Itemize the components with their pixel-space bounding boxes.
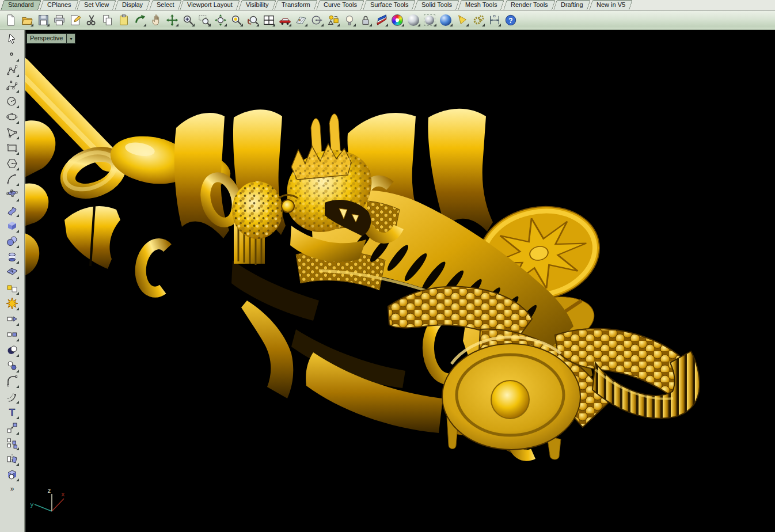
svg-text:x: x — [61, 491, 65, 498]
shaded-viewport-icon[interactable] — [407, 13, 421, 28]
spotlight-icon[interactable] — [455, 13, 470, 28]
rotate-view-icon[interactable] — [165, 13, 180, 28]
rectangle-icon[interactable] — [4, 140, 20, 156]
array-icon[interactable] — [4, 436, 20, 451]
tab-standard[interactable]: Standard — [1, 0, 41, 10]
new-document-icon[interactable] — [3, 13, 18, 28]
tab-transform[interactable]: Transform — [275, 0, 318, 10]
ellipse-icon[interactable] — [4, 109, 20, 125]
cut-icon[interactable] — [84, 13, 99, 28]
fillet-icon[interactable] — [4, 374, 20, 389]
tab-solid-tools[interactable]: Solid Tools — [415, 0, 460, 10]
main-area: T » — [0, 30, 775, 532]
group-icon[interactable] — [4, 358, 20, 374]
help-icon[interactable]: ? — [503, 13, 518, 28]
save-icon[interactable] — [36, 13, 51, 28]
zoom-previous-icon[interactable] — [245, 13, 260, 28]
tab-surface-tools[interactable]: Surface Tools — [363, 0, 416, 10]
tab-set-view[interactable]: Set View — [77, 0, 116, 10]
toolbar-tab-bar: Standard CPlanes Set View Display Select… — [0, 0, 775, 10]
tab-mesh-tools[interactable]: Mesh Tools — [458, 0, 505, 10]
print-icon[interactable] — [52, 13, 67, 28]
mesh-icon[interactable] — [4, 265, 20, 280]
tab-new-in-v5[interactable]: New in V5 — [589, 0, 633, 10]
move-icon[interactable] — [4, 420, 20, 436]
viewport-title-text: Perspective — [27, 34, 66, 43]
svg-text:y: y — [30, 501, 34, 508]
polygon-icon[interactable] — [4, 125, 20, 140]
perspective-viewport[interactable]: y z x Perspective ▼ — [25, 30, 775, 532]
show-objects-icon[interactable] — [342, 13, 357, 28]
viewport-dropdown[interactable]: ▼ — [66, 34, 75, 43]
edit-document-icon[interactable] — [68, 13, 83, 28]
rendered-viewport-icon[interactable] — [423, 13, 438, 28]
viewport-layout-icon[interactable] — [261, 13, 276, 28]
tab-render-tools[interactable]: Render Tools — [503, 0, 555, 10]
zoom-dynamic-icon[interactable] — [181, 13, 196, 28]
copy-icon[interactable] — [100, 13, 115, 28]
main-toolbar: ? — [0, 10, 775, 30]
tab-select[interactable]: Select — [149, 0, 181, 10]
model-render: y z x — [25, 30, 775, 532]
mirror-icon[interactable] — [4, 451, 20, 467]
tab-drafting[interactable]: Drafting — [554, 0, 591, 10]
extend-icon[interactable] — [4, 389, 20, 405]
join-icon[interactable] — [4, 343, 20, 358]
pan-view-icon[interactable] — [149, 13, 164, 28]
boolean-icon[interactable] — [4, 280, 20, 296]
box-icon[interactable] — [4, 218, 20, 234]
svg-text:?: ? — [508, 16, 512, 24]
chevron-down-icon: ▼ — [69, 37, 73, 41]
text-icon[interactable]: T — [4, 405, 20, 420]
dimension-icon[interactable] — [487, 13, 502, 28]
explode-icon[interactable] — [4, 296, 20, 311]
selection-filter-icon[interactable] — [326, 13, 341, 28]
open-file-icon[interactable] — [20, 13, 35, 28]
trim-icon[interactable] — [4, 311, 20, 327]
tab-cplanes[interactable]: CPlanes — [40, 0, 78, 10]
tool-sidebar: T » — [0, 30, 25, 532]
undo-icon[interactable] — [132, 13, 147, 28]
more-tools-button[interactable]: » — [10, 485, 14, 493]
layer-colors-icon[interactable] — [374, 13, 389, 28]
svg-text:z: z — [47, 487, 51, 495]
zoom-extents-icon[interactable] — [213, 13, 228, 28]
render-icon[interactable] — [439, 13, 454, 28]
cylinder-icon[interactable] — [4, 249, 20, 265]
tab-viewport-layout[interactable]: Viewport Layout — [180, 0, 240, 10]
polygon-center-icon[interactable] — [4, 156, 20, 172]
sphere-icon[interactable] — [4, 234, 20, 249]
polyline-icon[interactable] — [4, 63, 20, 78]
svg-text:T: T — [9, 407, 16, 418]
surface-from-points-icon[interactable] — [4, 187, 20, 203]
solid-union-icon[interactable] — [4, 467, 20, 482]
lock-objects-icon[interactable] — [358, 13, 373, 28]
tab-visibility[interactable]: Visibility — [238, 0, 276, 10]
select-icon[interactable] — [4, 32, 20, 47]
circle-icon[interactable] — [4, 94, 20, 109]
tab-display[interactable]: Display — [115, 0, 151, 10]
rhino-window: Standard CPlanes Set View Display Select… — [0, 0, 775, 532]
zoom-selected-icon[interactable] — [229, 13, 244, 28]
control-point-curve-icon[interactable] — [4, 78, 20, 94]
named-view-icon[interactable] — [278, 13, 292, 28]
drum-face — [442, 337, 580, 450]
options-icon[interactable] — [471, 13, 486, 28]
plan-view-icon[interactable] — [294, 13, 309, 28]
zoom-window-icon[interactable] — [197, 13, 212, 28]
surface-patch-icon[interactable] — [4, 203, 20, 218]
point-icon[interactable] — [4, 47, 20, 63]
color-wheel-icon[interactable] — [390, 13, 405, 28]
split-icon[interactable] — [4, 327, 20, 343]
tab-curve-tools[interactable]: Curve Tools — [316, 0, 364, 10]
cobra-eye — [282, 200, 294, 212]
paste-icon[interactable] — [116, 13, 131, 28]
viewport-title[interactable]: Perspective ▼ — [26, 33, 75, 44]
arc-icon[interactable] — [4, 172, 20, 187]
cplane-circle-icon[interactable] — [310, 13, 325, 28]
